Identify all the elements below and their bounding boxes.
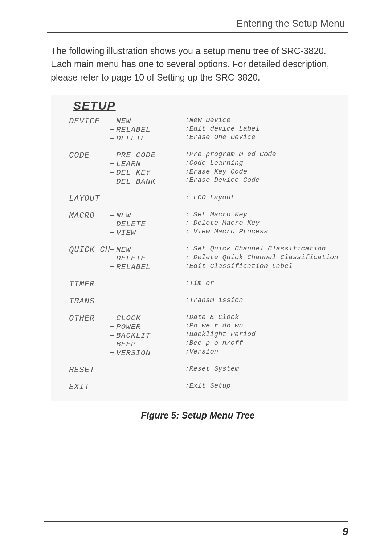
description-column: :Reset System xyxy=(181,365,239,374)
description-text: :Date & Clock xyxy=(185,313,256,322)
description-column: :Exit Setup xyxy=(181,382,230,391)
menu-label: TRANS xyxy=(69,296,116,306)
submenu-item: DELETE xyxy=(116,134,181,143)
submenu-item: DEL KEY xyxy=(116,168,181,177)
description-column: : LCD Layout xyxy=(181,193,235,202)
submenu-column xyxy=(116,296,181,297)
submenu-item: DELETE xyxy=(116,254,181,263)
description-text: :Edit device Label xyxy=(185,125,260,134)
menu-label: DEVICE xyxy=(69,116,116,126)
submenu-item: VIEW xyxy=(116,229,181,237)
menu-row: TIMER:Tim er xyxy=(69,279,346,289)
menu-label: OTHER xyxy=(69,313,116,323)
description-text: :Exit Setup xyxy=(185,382,230,391)
submenu-column xyxy=(116,365,181,366)
submenu-item: PRE-CODE xyxy=(116,151,181,160)
description-text: :Po we r do wn xyxy=(185,322,256,330)
setup-title: SETUP xyxy=(73,99,346,113)
description-text: :Backlight Period xyxy=(185,330,256,339)
description-text: :Erase Device Code xyxy=(185,176,276,185)
submenu-item: BACKLIT xyxy=(116,331,181,340)
description-text: :Erase Key Code xyxy=(185,168,276,176)
menu-label: CODE xyxy=(69,150,116,160)
description-text: : Delete Macro Key xyxy=(185,219,268,228)
intro-paragraph: The following illustration shows you a s… xyxy=(47,44,348,84)
description-column: : Set Quick Channel Classification: Dele… xyxy=(181,245,338,270)
page-header: Entering the Setup Menu xyxy=(47,18,348,29)
description-text: : LCD Layout xyxy=(185,193,235,202)
description-column: : Set Macro Key: Delete Macro Key: View … xyxy=(181,211,268,236)
submenu-item: RELABEL xyxy=(116,126,181,134)
description-text: :Version xyxy=(185,348,256,356)
description-text: :Edit Classification Label xyxy=(185,262,338,271)
menu-label: TIMER xyxy=(69,279,116,289)
description-column: :Date & Clock:Po we r do wn:Backlight Pe… xyxy=(181,313,256,356)
submenu-column: NEWRELABELDELETE xyxy=(116,116,181,143)
submenu-item: DELETE xyxy=(116,220,181,229)
description-text: :Transm ission xyxy=(185,296,243,305)
description-text: :Code Learning xyxy=(185,159,276,168)
description-text: : Delete Quick Channel Classification xyxy=(185,253,338,262)
menu-label: EXIT xyxy=(69,382,116,392)
header-rule xyxy=(47,32,348,33)
description-text: :Pre program m ed Code xyxy=(185,150,276,159)
submenu-column xyxy=(116,382,181,383)
submenu-item: NEW xyxy=(116,245,181,254)
description-text: : Set Macro Key xyxy=(185,211,268,219)
menu-label: QUICK CH xyxy=(69,245,116,254)
menu-row: MACRONEWDELETEVIEW: Set Macro Key: Delet… xyxy=(69,211,346,237)
menu-row: RESET:Reset System xyxy=(69,365,346,375)
description-text: :Bee p o n/off xyxy=(185,339,256,348)
figure-caption: Figure 5: Setup Menu Tree xyxy=(47,410,348,421)
submenu-item: BEEP xyxy=(116,340,181,349)
description-column: :New Device:Edit device Label:Erase One … xyxy=(181,116,260,142)
page-number: 9 xyxy=(44,525,348,538)
menu-row: TRANS:Transm ission xyxy=(69,296,346,306)
description-text: :Erase One Device xyxy=(185,133,260,142)
footer-rule xyxy=(44,521,348,522)
menu-label: LAYOUT xyxy=(69,193,116,203)
menu-row: DEVICENEWRELABELDELETE:New Device:Edit d… xyxy=(69,116,346,143)
menu-row: CODEPRE-CODELEARNDEL KEYDEL BANK:Pre pro… xyxy=(69,150,346,186)
menu-row: OTHERCLOCKPOWERBACKLITBEEPVERSION:Date &… xyxy=(69,313,346,358)
description-text: : Set Quick Channel Classification xyxy=(185,245,338,253)
submenu-item: DEL BANK xyxy=(116,177,181,186)
menu-label: RESET xyxy=(69,365,116,375)
menu-row: LAYOUT: LCD Layout xyxy=(69,193,346,203)
submenu-column: NEWDELETEVIEW xyxy=(116,211,181,237)
description-text: :Reset System xyxy=(185,365,239,374)
menu-row: QUICK CHNEWDELETERELABEL: Set Quick Chan… xyxy=(69,245,346,272)
description-text: :Tim er xyxy=(185,279,214,288)
submenu-column xyxy=(116,193,181,194)
description-column: :Tim er xyxy=(181,279,214,288)
description-text: : View Macro Process xyxy=(185,228,268,236)
description-column: :Pre program m ed Code:Code Learning:Era… xyxy=(181,150,276,185)
menu-label: MACRO xyxy=(69,211,116,220)
submenu-item: LEARN xyxy=(116,160,181,168)
submenu-item: VERSION xyxy=(116,349,181,358)
description-text: :New Device xyxy=(185,116,260,125)
submenu-column: CLOCKPOWERBACKLITBEEPVERSION xyxy=(116,313,181,358)
submenu-item: RELABEL xyxy=(116,263,181,272)
submenu-column: PRE-CODELEARNDEL KEYDEL BANK xyxy=(116,150,181,186)
submenu-item: NEW xyxy=(116,117,181,126)
submenu-column xyxy=(116,279,181,280)
submenu-column: NEWDELETERELABEL xyxy=(116,245,181,272)
menu-tree-diagram: SETUP DEVICENEWRELABELDELETE:New Device:… xyxy=(51,95,348,401)
menu-row: EXIT:Exit Setup xyxy=(69,382,346,392)
submenu-item: POWER xyxy=(116,323,181,331)
submenu-item: CLOCK xyxy=(116,314,181,323)
submenu-item: NEW xyxy=(116,211,181,220)
description-column: :Transm ission xyxy=(181,296,243,305)
